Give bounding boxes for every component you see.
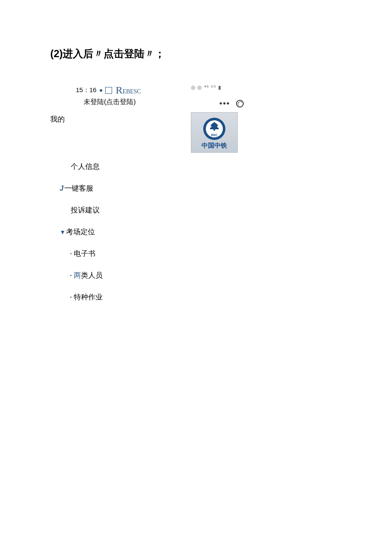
check-icon: J (60, 185, 63, 192)
bullet-icon: · (70, 271, 72, 280)
menu-special-work[interactable]: · 特种作业 (70, 292, 392, 302)
square-icon (105, 87, 112, 94)
instruction-heading: (2)进入后〃点击登陆〃； (50, 47, 392, 61)
logo-circle (203, 118, 225, 140)
screenshot-content: 15：16 REBESC 未登陆(点击登陆) 我的 ◎ ◎ ⁴⁶ ⁵ᴳ ▮ ••… (50, 84, 392, 302)
menu-two-types[interactable]: · 两类人员 (70, 270, 392, 280)
close-circle-icon[interactable] (236, 100, 244, 108)
menu-label: 特种作业 (74, 292, 103, 302)
menu-complaint[interactable]: 投诉建议 (71, 205, 392, 215)
logo-text: 中国中铁 (202, 142, 227, 150)
dot-icon (100, 89, 102, 92)
time-text: 15：16 (76, 86, 96, 94)
menu-label: 电子书 (74, 249, 95, 259)
menu-personal-info[interactable]: 个人信息 (71, 162, 392, 171)
menu-label-part2: 类人员 (81, 270, 103, 280)
app-indicator-small: EBESC (122, 88, 141, 95)
menu-label: 投诉建议 (71, 205, 100, 215)
logo-box: 中国中铁 (191, 112, 238, 153)
signal-icons: ◎ ◎ ⁴⁶ ⁵ᴳ ▮ (191, 84, 246, 90)
menu-list: 个人信息 J 一键客服 投诉建议 ▼ 考场定位 · 电子书 · 两类人员 · 特… (50, 162, 392, 302)
menu-customer-service[interactable]: J 一键客服 (60, 183, 392, 193)
right-panel: ◎ ◎ ⁴⁶ ⁵ᴳ ▮ ••• 中国中铁 (191, 84, 246, 153)
logo-inner-icon (206, 120, 223, 137)
menu-label: 一键客服 (64, 183, 93, 193)
triangle-down-icon: ▼ (60, 229, 66, 235)
bullet-icon: · (70, 293, 72, 302)
menu-label-part1: 两 (74, 270, 81, 280)
menu-exam-location[interactable]: ▼ 考场定位 (60, 227, 392, 237)
bullet-icon: · (70, 250, 72, 258)
menu-ebook[interactable]: · 电子书 (70, 249, 392, 259)
more-icon[interactable]: ••• (219, 99, 230, 108)
miniprogram-capsule[interactable]: ••• (191, 99, 246, 108)
menu-label: 个人信息 (71, 162, 100, 171)
menu-label: 考场定位 (66, 227, 95, 237)
app-indicator: REBESC (115, 84, 141, 96)
app-indicator-big: R (115, 84, 122, 96)
